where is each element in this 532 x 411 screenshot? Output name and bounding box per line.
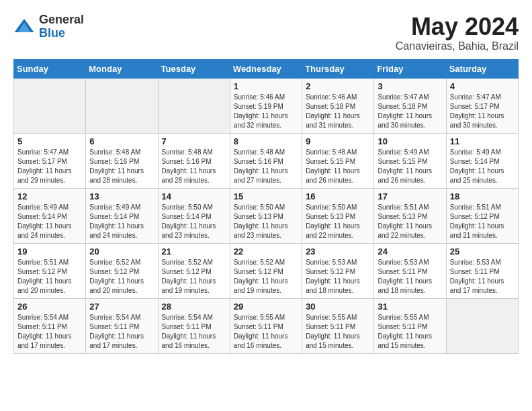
day-info: Sunrise: 5:48 AMSunset: 5:16 PMDaylight:… <box>234 148 298 185</box>
day-info: Sunrise: 5:54 AMSunset: 5:11 PMDaylight:… <box>17 313 82 351</box>
table-row: 14 Sunrise: 5:50 AMSunset: 5:14 PMDaylig… <box>158 188 230 243</box>
table-row: 9 Sunrise: 5:48 AMSunset: 5:15 PMDayligh… <box>302 133 374 188</box>
day-number: 1 <box>234 81 298 91</box>
table-row: 5 Sunrise: 5:47 AMSunset: 5:17 PMDayligh… <box>14 133 86 188</box>
location-subtitle: Canavieiras, Bahia, Brazil <box>396 40 519 52</box>
table-row: 22 Sunrise: 5:52 AMSunset: 5:12 PMDaylig… <box>230 243 302 298</box>
day-info: Sunrise: 5:55 AMSunset: 5:11 PMDaylight:… <box>306 313 370 351</box>
col-wednesday: Wednesday <box>230 59 302 78</box>
day-info: Sunrise: 5:49 AMSunset: 5:14 PMDaylight:… <box>17 203 82 240</box>
day-number: 28 <box>162 302 226 312</box>
logo: General Blue <box>13 13 84 40</box>
table-row: 23 Sunrise: 5:53 AMSunset: 5:12 PMDaylig… <box>302 243 374 298</box>
table-row: 4 Sunrise: 5:47 AMSunset: 5:17 PMDayligh… <box>446 78 518 133</box>
day-info: Sunrise: 5:48 AMSunset: 5:16 PMDaylight:… <box>89 148 154 185</box>
day-info: Sunrise: 5:47 AMSunset: 5:17 PMDaylight:… <box>450 93 515 130</box>
table-row <box>14 78 86 133</box>
month-title: May 2024 <box>396 13 519 40</box>
table-row: 3 Sunrise: 5:47 AMSunset: 5:18 PMDayligh… <box>374 78 446 133</box>
day-info: Sunrise: 5:46 AMSunset: 5:18 PMDaylight:… <box>306 93 370 130</box>
day-info: Sunrise: 5:48 AMSunset: 5:15 PMDaylight:… <box>306 148 370 185</box>
day-info: Sunrise: 5:48 AMSunset: 5:16 PMDaylight:… <box>162 148 226 185</box>
day-number: 5 <box>17 136 82 146</box>
table-row: 27 Sunrise: 5:54 AMSunset: 5:11 PMDaylig… <box>86 298 158 353</box>
table-row: 30 Sunrise: 5:55 AMSunset: 5:11 PMDaylig… <box>302 298 374 353</box>
table-row: 8 Sunrise: 5:48 AMSunset: 5:16 PMDayligh… <box>230 133 302 188</box>
day-info: Sunrise: 5:53 AMSunset: 5:11 PMDaylight:… <box>450 258 515 295</box>
day-info: Sunrise: 5:54 AMSunset: 5:11 PMDaylight:… <box>162 313 226 351</box>
calendar-week-row: 19 Sunrise: 5:51 AMSunset: 5:12 PMDaylig… <box>14 243 519 298</box>
day-number: 24 <box>378 246 442 257</box>
day-info: Sunrise: 5:55 AMSunset: 5:11 PMDaylight:… <box>378 313 442 351</box>
day-info: Sunrise: 5:55 AMSunset: 5:11 PMDaylight:… <box>234 313 298 351</box>
table-row: 21 Sunrise: 5:52 AMSunset: 5:12 PMDaylig… <box>158 243 230 298</box>
day-info: Sunrise: 5:49 AMSunset: 5:14 PMDaylight:… <box>450 148 515 185</box>
table-row: 6 Sunrise: 5:48 AMSunset: 5:16 PMDayligh… <box>86 133 158 188</box>
day-number: 12 <box>17 191 82 201</box>
table-row: 13 Sunrise: 5:49 AMSunset: 5:14 PMDaylig… <box>86 188 158 243</box>
col-thursday: Thursday <box>302 59 374 78</box>
day-info: Sunrise: 5:51 AMSunset: 5:12 PMDaylight:… <box>450 203 515 240</box>
table-row: 15 Sunrise: 5:50 AMSunset: 5:13 PMDaylig… <box>230 188 302 243</box>
day-number: 25 <box>450 246 515 257</box>
page-container: General Blue May 2024 Canavieiras, Bahia… <box>13 13 519 354</box>
day-info: Sunrise: 5:50 AMSunset: 5:13 PMDaylight:… <box>234 203 298 240</box>
header: General Blue May 2024 Canavieiras, Bahia… <box>13 13 519 52</box>
day-number: 18 <box>450 191 515 201</box>
day-info: Sunrise: 5:52 AMSunset: 5:12 PMDaylight:… <box>162 258 226 295</box>
day-number: 13 <box>89 191 154 201</box>
day-number: 30 <box>306 302 370 312</box>
day-info: Sunrise: 5:51 AMSunset: 5:12 PMDaylight:… <box>17 258 82 295</box>
logo-text: General Blue <box>39 13 84 40</box>
day-number: 7 <box>162 136 226 146</box>
day-number: 6 <box>89 136 154 146</box>
table-row: 18 Sunrise: 5:51 AMSunset: 5:12 PMDaylig… <box>446 188 518 243</box>
table-row: 20 Sunrise: 5:52 AMSunset: 5:12 PMDaylig… <box>86 243 158 298</box>
calendar-week-row: 26 Sunrise: 5:54 AMSunset: 5:11 PMDaylig… <box>14 298 519 353</box>
day-number: 22 <box>234 246 298 257</box>
day-info: Sunrise: 5:47 AMSunset: 5:17 PMDaylight:… <box>17 148 82 185</box>
col-tuesday: Tuesday <box>158 59 230 78</box>
day-number: 4 <box>450 81 515 91</box>
table-row: 31 Sunrise: 5:55 AMSunset: 5:11 PMDaylig… <box>374 298 446 353</box>
day-number: 23 <box>306 246 370 257</box>
day-number: 27 <box>89 302 154 312</box>
table-row <box>86 78 158 133</box>
col-saturday: Saturday <box>446 59 518 78</box>
table-row <box>446 298 518 353</box>
calendar-week-row: 12 Sunrise: 5:49 AMSunset: 5:14 PMDaylig… <box>14 188 519 243</box>
day-number: 17 <box>378 191 442 201</box>
day-info: Sunrise: 5:49 AMSunset: 5:15 PMDaylight:… <box>378 148 442 185</box>
col-sunday: Sunday <box>14 59 86 78</box>
day-info: Sunrise: 5:51 AMSunset: 5:13 PMDaylight:… <box>378 203 442 240</box>
calendar-table: Sunday Monday Tuesday Wednesday Thursday… <box>13 59 519 354</box>
day-info: Sunrise: 5:52 AMSunset: 5:12 PMDaylight:… <box>234 258 298 295</box>
day-info: Sunrise: 5:46 AMSunset: 5:19 PMDaylight:… <box>234 93 298 130</box>
table-row: 1 Sunrise: 5:46 AMSunset: 5:19 PMDayligh… <box>230 78 302 133</box>
day-number: 29 <box>234 302 298 312</box>
day-number: 19 <box>17 246 82 257</box>
title-area: May 2024 Canavieiras, Bahia, Brazil <box>396 13 519 52</box>
table-row: 24 Sunrise: 5:53 AMSunset: 5:11 PMDaylig… <box>374 243 446 298</box>
day-info: Sunrise: 5:49 AMSunset: 5:14 PMDaylight:… <box>89 203 154 240</box>
day-info: Sunrise: 5:53 AMSunset: 5:12 PMDaylight:… <box>306 258 370 295</box>
table-row: 7 Sunrise: 5:48 AMSunset: 5:16 PMDayligh… <box>158 133 230 188</box>
day-number: 31 <box>378 302 442 312</box>
day-number: 21 <box>162 246 226 257</box>
day-info: Sunrise: 5:52 AMSunset: 5:12 PMDaylight:… <box>89 258 154 295</box>
table-row: 25 Sunrise: 5:53 AMSunset: 5:11 PMDaylig… <box>446 243 518 298</box>
table-row: 16 Sunrise: 5:50 AMSunset: 5:13 PMDaylig… <box>302 188 374 243</box>
day-number: 2 <box>306 81 370 91</box>
table-row: 28 Sunrise: 5:54 AMSunset: 5:11 PMDaylig… <box>158 298 230 353</box>
day-info: Sunrise: 5:53 AMSunset: 5:11 PMDaylight:… <box>378 258 442 295</box>
day-info: Sunrise: 5:47 AMSunset: 5:18 PMDaylight:… <box>378 93 442 130</box>
table-row: 10 Sunrise: 5:49 AMSunset: 5:15 PMDaylig… <box>374 133 446 188</box>
day-number: 16 <box>306 191 370 201</box>
day-number: 26 <box>17 302 82 312</box>
table-row <box>158 78 230 133</box>
day-info: Sunrise: 5:50 AMSunset: 5:13 PMDaylight:… <box>306 203 370 240</box>
day-number: 8 <box>234 136 298 146</box>
calendar-week-row: 5 Sunrise: 5:47 AMSunset: 5:17 PMDayligh… <box>14 133 519 188</box>
table-row: 29 Sunrise: 5:55 AMSunset: 5:11 PMDaylig… <box>230 298 302 353</box>
day-info: Sunrise: 5:50 AMSunset: 5:14 PMDaylight:… <box>162 203 226 240</box>
